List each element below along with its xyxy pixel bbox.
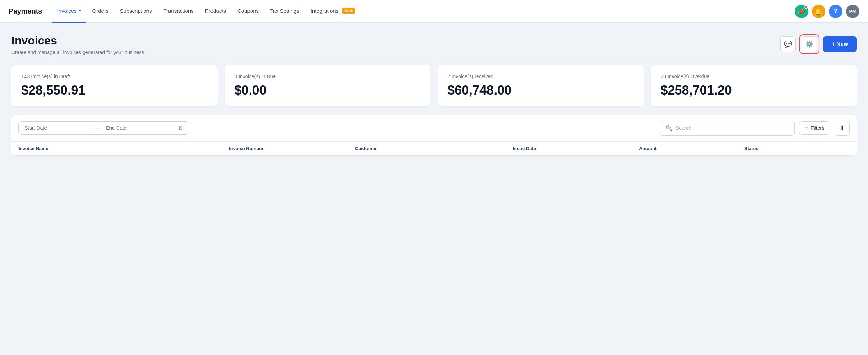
stat-card-2: 7 Invoice(s) received $60,748.00 [438, 65, 644, 106]
end-date-input[interactable] [100, 122, 174, 134]
stat-card-0: 143 Invoice(s) in Draft $28,550.91 [11, 65, 218, 106]
table-toolbar: → 🗓 🔍 ≡ Filters ⬇ [11, 115, 857, 142]
nav-label: Orders [92, 8, 109, 14]
stat-value-2: $60,748.00 [448, 83, 634, 98]
nav-item-integrations[interactable]: IntegrationsNew [306, 0, 360, 23]
stat-label-1: 0 Invoice(s) in Due [235, 74, 421, 79]
main-nav: Invoices▾OrdersSubscriptionsTransactions… [52, 0, 360, 23]
stats-grid: 143 Invoice(s) in Draft $28,550.91 0 Inv… [11, 65, 857, 106]
date-range[interactable]: → 🗓 [18, 121, 188, 135]
new-badge: New [342, 8, 355, 14]
table-section: → 🗓 🔍 ≡ Filters ⬇ Invoice NameInvoice Nu… [11, 115, 857, 156]
calendar-icon[interactable]: 🗓 [174, 125, 188, 131]
nav-item-tax-settings[interactable]: Tax Settings [265, 0, 304, 23]
nav-item-orders[interactable]: Orders [87, 0, 114, 23]
search-icon: 🔍 [666, 125, 673, 132]
nav-label: Integrations [311, 8, 338, 14]
search-box: 🔍 [660, 121, 795, 136]
topbar: Payments Invoices▾OrdersSubscriptionsTra… [0, 0, 868, 23]
stat-label-3: 78 Invoice(s) Overdue [661, 74, 847, 79]
nav-item-subscriptions[interactable]: Subscriptions [115, 0, 157, 23]
help-button[interactable]: ? [829, 5, 842, 18]
filters-button[interactable]: ≡ Filters [799, 121, 830, 135]
table-col-invoice-number: Invoice Number [229, 146, 355, 151]
megaphone-button[interactable]: 📣 [795, 5, 808, 18]
nav-label: Coupons [237, 8, 259, 14]
stat-label-2: 7 Invoice(s) received [448, 74, 634, 79]
table-col-issue-date: Issue Date [513, 146, 639, 151]
page-subtitle: Create and manage all invoices generated… [11, 49, 144, 55]
nav-item-transactions[interactable]: Transactions [158, 0, 198, 23]
nav-label: Tax Settings [270, 8, 299, 14]
notif-dot [804, 5, 808, 9]
nav-item-invoices[interactable]: Invoices▾ [52, 0, 86, 23]
chat-icon-button[interactable]: 💬 [780, 36, 796, 52]
header-actions: 💬 ⚙️ + New [780, 34, 857, 54]
table-col-invoice-name: Invoice Name [18, 146, 229, 151]
page-header: Invoices Create and manage all invoices … [11, 34, 857, 55]
notification-button[interactable]: 🔔 [812, 5, 825, 18]
stat-label-0: 143 Invoice(s) in Draft [21, 74, 208, 79]
stat-value-0: $28,550.91 [21, 83, 208, 98]
stat-value-3: $258,701.20 [661, 83, 847, 98]
new-button-label: + New [831, 41, 848, 47]
settings-icon-button[interactable]: ⚙️ [802, 36, 817, 52]
nav-label: Invoices [57, 8, 77, 14]
page-title: Invoices [11, 34, 144, 47]
download-button[interactable]: ⬇ [835, 121, 850, 136]
avatar-button[interactable]: PM [846, 5, 859, 18]
brand-title: Payments [9, 7, 42, 15]
stat-card-3: 78 Invoice(s) Overdue $258,701.20 [651, 65, 857, 106]
new-invoice-button[interactable]: + New [823, 36, 857, 52]
chevron-down-icon: ▾ [79, 9, 81, 13]
table-col-customer: Customer [355, 146, 513, 151]
stat-card-1: 0 Invoice(s) in Due $0.00 [225, 65, 431, 106]
settings-highlight-group: ⚙️ [799, 34, 819, 54]
page-title-group: Invoices Create and manage all invoices … [11, 34, 144, 55]
start-date-input[interactable] [19, 122, 92, 134]
main-content: Invoices Create and manage all invoices … [0, 23, 868, 355]
filters-label: Filters [811, 125, 824, 131]
nav-item-products[interactable]: Products [200, 0, 231, 23]
search-input[interactable] [676, 125, 789, 131]
table-col-status: Status [744, 146, 850, 151]
topbar-left: Payments Invoices▾OrdersSubscriptionsTra… [9, 0, 360, 23]
arrow-icon: → [92, 125, 100, 131]
table-col-amount: Amount [639, 146, 744, 151]
nav-item-coupons[interactable]: Coupons [232, 0, 264, 23]
table-header: Invoice NameInvoice NumberCustomerIssue … [11, 142, 857, 156]
nav-label: Products [205, 8, 226, 14]
topbar-right: 📣 🔔 ? PM [795, 5, 859, 18]
stat-value-1: $0.00 [235, 83, 421, 98]
filter-icon: ≡ [805, 125, 808, 131]
download-icon: ⬇ [840, 124, 845, 132]
nav-label: Subscriptions [120, 8, 152, 14]
nav-label: Transactions [163, 8, 193, 14]
